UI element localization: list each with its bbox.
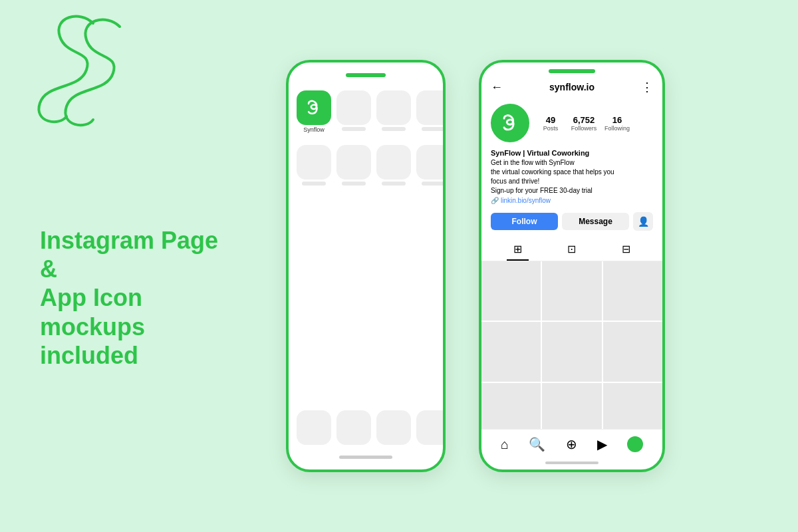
placeholder-label-7 (422, 182, 446, 186)
synflow-app-label: Synflow (303, 126, 325, 133)
ig-stat-followers: 6,752 Followers (571, 115, 597, 132)
grid-cell-6 (603, 322, 662, 381)
ig-stat-posts: 49 Posts (537, 115, 564, 132)
phone1-row2 (297, 145, 435, 186)
ig-stats: 49 Posts 6,752 Followers 16 Following (537, 115, 653, 132)
phone1-row1: Synflow (297, 90, 435, 133)
ig-username: synflow.io (549, 82, 595, 92)
message-button[interactable]: Message (562, 213, 629, 230)
hero-title: Instagram Page & App Icon mockups includ… (40, 226, 226, 370)
nav-profile-dot[interactable] (627, 436, 643, 452)
nav-reels-icon[interactable]: ▶ (597, 436, 607, 452)
ig-header: ← synflow.io ⋮ (481, 73, 662, 98)
nav-home-icon[interactable]: ⌂ (501, 437, 509, 452)
nav-search-icon[interactable]: 🔍 (529, 436, 545, 452)
synflow-app-icon[interactable] (297, 90, 331, 125)
ig-profile-section: 49 Posts 6,752 Followers 16 Following (481, 98, 662, 148)
placeholder-icon-7 (416, 145, 446, 186)
grid-cell-5 (542, 322, 601, 381)
dock-icon-3 (376, 410, 411, 445)
placeholder-icon-4 (297, 145, 331, 186)
ig-stat-following: 16 Following (604, 115, 630, 132)
grid-cell-8 (542, 383, 601, 429)
decorative-squiggle (13, 13, 146, 133)
phone1-app-grid: Synflow (297, 90, 435, 186)
tab-grid[interactable]: ⊞ (507, 239, 529, 261)
phone1-home-bar (339, 456, 392, 459)
placeholder-app-5 (336, 145, 371, 180)
placeholder-app-1 (336, 90, 371, 125)
placeholder-icon-5 (336, 145, 371, 186)
grid-cell-7 (481, 383, 541, 429)
ig-posts-count: 49 (546, 115, 555, 125)
placeholder-icon-6 (376, 145, 411, 186)
placeholder-label-3 (422, 127, 446, 131)
ig-following-label: Following (604, 125, 630, 132)
placeholder-label-6 (382, 182, 406, 186)
phone2-instagram-mockup: ← synflow.io ⋮ 49 Posts 6,752 Followers … (479, 60, 665, 472)
tab-reels[interactable]: ⊡ (561, 239, 583, 261)
dock-icon-4 (416, 410, 446, 445)
phone2-home-bar (545, 462, 598, 464)
phone1-dock (297, 410, 435, 445)
more-icon[interactable]: ⋮ (641, 80, 653, 94)
phone1-mockup: Synflow (286, 60, 446, 472)
add-person-icon: 👤 (638, 216, 649, 227)
dock-icon-1 (297, 410, 331, 445)
ig-bottom-nav: ⌂ 🔍 ⊕ ▶ (481, 429, 662, 462)
ig-bio-name: SynFlow | Virtual Coworking (491, 149, 653, 157)
ig-photo-grid (481, 261, 662, 429)
ig-avatar (491, 104, 529, 142)
link-icon: 🔗 (491, 197, 499, 204)
nav-add-icon[interactable]: ⊕ (566, 436, 577, 452)
ig-following-count: 16 (612, 115, 622, 125)
placeholder-app-3 (416, 90, 446, 125)
placeholder-label-1 (342, 127, 366, 131)
placeholder-icon-1 (336, 90, 371, 131)
placeholder-app-4 (297, 145, 331, 180)
ig-actions: Follow Message 👤 (481, 209, 662, 236)
ig-bio-link[interactable]: 🔗 linkin.bio/synflow (491, 197, 653, 204)
placeholder-icon-3 (416, 90, 446, 131)
placeholder-icon-2 (376, 90, 411, 131)
follow-button[interactable]: Follow (491, 213, 558, 230)
synflow-logo-svg (303, 97, 325, 118)
placeholder-label-5 (342, 182, 366, 186)
add-friend-button[interactable]: 👤 (633, 212, 653, 231)
hero-text: Instagram Page & App Icon mockups includ… (40, 226, 226, 370)
ig-bio-text: Get in the flow with SynFlow the virtual… (491, 158, 653, 196)
placeholder-label-4 (302, 182, 326, 186)
grid-cell-2 (542, 261, 601, 321)
synflow-app-icon-wrapper[interactable]: Synflow (297, 90, 331, 133)
ig-content-tabs: ⊞ ⊡ ⊟ (481, 236, 662, 261)
dock-icon-2 (336, 410, 371, 445)
back-icon[interactable]: ← (491, 80, 503, 94)
tab-tagged[interactable]: ⊟ (615, 239, 637, 261)
grid-cell-9 (603, 383, 662, 429)
grid-cell-3 (603, 261, 662, 321)
phone1-notch (346, 73, 386, 77)
ig-posts-label: Posts (543, 125, 559, 132)
ig-followers-count: 6,752 (573, 115, 595, 125)
placeholder-label-2 (382, 127, 406, 131)
ig-bio-section: SynFlow | Virtual Coworking Get in the f… (481, 148, 662, 209)
ig-followers-label: Followers (571, 125, 597, 132)
placeholder-app-6 (376, 145, 411, 180)
grid-cell-1 (481, 261, 541, 321)
placeholder-app-7 (416, 145, 446, 180)
avatar-logo (498, 111, 522, 135)
grid-cell-4 (481, 322, 541, 381)
placeholder-app-2 (376, 90, 411, 125)
